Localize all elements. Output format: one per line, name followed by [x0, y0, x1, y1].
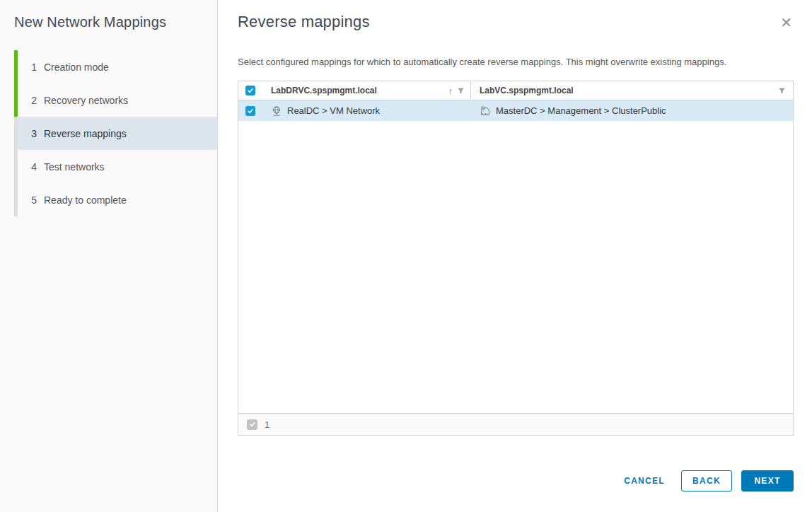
step-creation-mode[interactable]: 1 Creation mode	[18, 50, 217, 83]
target-network-label: MasterDC > Management > ClusterPublic	[496, 105, 666, 116]
datagrid-empty-area	[238, 121, 793, 413]
step-label: Creation mode	[44, 62, 109, 73]
step-reverse-mappings[interactable]: 3 Reverse mappings	[18, 117, 217, 150]
column-header-label: LabVC.spspmgmt.local	[480, 86, 574, 95]
step-description: Select configured mappings for which to …	[238, 57, 794, 67]
table-row[interactable]: RealDC > VM Network Master	[238, 100, 793, 121]
step-number: 1	[28, 62, 37, 73]
column-header-label: LabDRVC.spspmgmt.local	[271, 86, 377, 95]
sort-ascending-icon[interactable]: ↑	[448, 86, 453, 95]
step-test-networks[interactable]: 4 Test networks	[18, 150, 217, 183]
network-globe-icon	[271, 105, 282, 117]
row-checkbox-cell	[238, 100, 262, 121]
filter-icon[interactable]	[778, 87, 786, 95]
panel-header: Reverse mappings ✕	[238, 13, 794, 33]
datagrid-footer: 1	[238, 413, 793, 435]
close-button[interactable]: ✕	[779, 13, 794, 33]
target-network-cell: MasterDC > Management > ClusterPublic	[471, 100, 793, 121]
step-number: 4	[28, 161, 37, 173]
filter-icon[interactable]	[457, 87, 465, 95]
row-checkbox[interactable]	[245, 106, 255, 116]
step-label: Ready to complete	[44, 194, 127, 206]
mappings-datagrid: LabDRVC.spspmgmt.local ↑ LabVC.spspmgmt.…	[238, 81, 794, 436]
step-number: 2	[28, 95, 37, 106]
back-button[interactable]: BACK	[681, 470, 732, 491]
wizard-title: New Network Mappings	[14, 14, 217, 30]
select-all-checkbox[interactable]	[245, 86, 255, 95]
wizard-sidebar: New Network Mappings 1 Creation mode 2 R…	[0, 0, 218, 512]
page-title: Reverse mappings	[238, 13, 370, 31]
selected-count-icon	[247, 419, 257, 430]
wizard-steps: 1 Creation mode 2 Recovery networks 3 Re…	[0, 50, 217, 216]
column-header-target[interactable]: LabVC.spspmgmt.local	[471, 81, 793, 100]
step-label: Recovery networks	[44, 95, 128, 106]
wizard-actions: CANCEL BACK NEXT	[238, 470, 794, 491]
step-label: Test networks	[44, 161, 105, 173]
cancel-button[interactable]: CANCEL	[617, 470, 672, 491]
check-icon	[247, 87, 254, 94]
step-number: 3	[28, 128, 37, 139]
step-ready-to-complete[interactable]: 5 Ready to complete	[18, 183, 217, 216]
source-network-label: RealDC > VM Network	[287, 105, 380, 116]
wizard-step-panel: Reverse mappings ✕ Select configured map…	[218, 0, 812, 512]
source-network-cell: RealDC > VM Network	[262, 100, 471, 121]
selected-count: 1	[265, 419, 269, 430]
step-label: Reverse mappings	[44, 128, 127, 139]
new-network-mappings-wizard: New Network Mappings 1 Creation mode 2 R…	[0, 0, 812, 512]
close-icon: ✕	[780, 15, 792, 30]
step-number: 5	[28, 194, 37, 206]
datagrid-header: LabDRVC.spspmgmt.local ↑ LabVC.spspmgmt.…	[238, 81, 793, 100]
check-icon	[247, 107, 254, 115]
header-checkbox-cell	[238, 81, 262, 100]
column-header-source[interactable]: LabDRVC.spspmgmt.local ↑	[262, 81, 471, 100]
step-recovery-networks[interactable]: 2 Recovery networks	[18, 83, 217, 117]
next-button[interactable]: NEXT	[741, 470, 794, 491]
distributed-port-group-icon	[480, 105, 491, 117]
